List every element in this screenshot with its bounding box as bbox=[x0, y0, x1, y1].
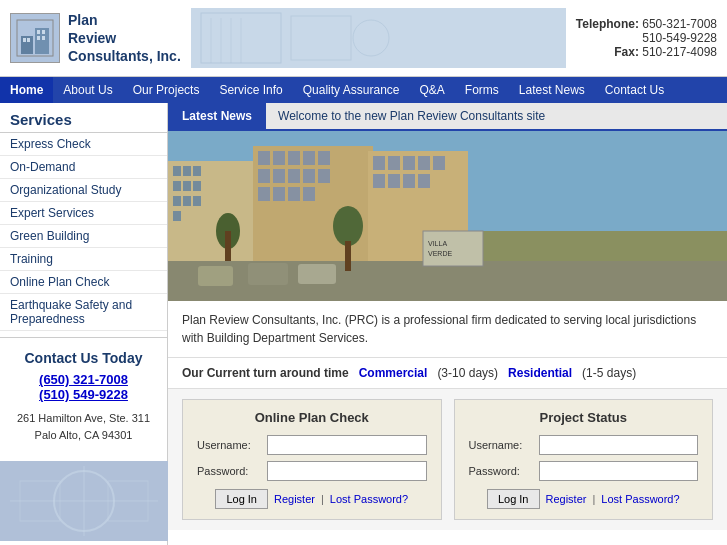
svg-rect-5 bbox=[37, 30, 40, 34]
nav-item-quality[interactable]: Quality Assurance bbox=[293, 77, 410, 103]
svg-rect-59 bbox=[403, 174, 415, 188]
svg-rect-27 bbox=[183, 166, 191, 176]
ps-username-input[interactable] bbox=[539, 435, 699, 455]
svg-rect-58 bbox=[388, 174, 400, 188]
svg-rect-29 bbox=[173, 181, 181, 191]
header-banner bbox=[191, 8, 566, 68]
svg-rect-6 bbox=[42, 30, 45, 34]
phone2-link[interactable]: (510) 549-9228 bbox=[10, 387, 157, 402]
svg-rect-33 bbox=[183, 196, 191, 206]
svg-rect-34 bbox=[193, 196, 201, 206]
header: Plan Review Consultants, Inc. Telephone:… bbox=[0, 0, 727, 77]
svg-rect-54 bbox=[403, 156, 415, 170]
ps-register-link[interactable]: Register bbox=[546, 493, 587, 505]
opc-login-button[interactable]: Log In bbox=[215, 489, 268, 509]
latest-news-button[interactable]: Latest News bbox=[168, 103, 266, 129]
ps-lost-password-link[interactable]: Lost Password? bbox=[601, 493, 679, 505]
telephone2: 510-549-9228 bbox=[642, 31, 717, 45]
opc-password-input[interactable] bbox=[267, 461, 427, 481]
svg-text:VERDE: VERDE bbox=[428, 250, 452, 257]
project-status-box: Project Status Username: Password: Log I… bbox=[454, 399, 714, 520]
sidebar-item-expert[interactable]: Expert Services bbox=[0, 202, 167, 225]
logo-text: Plan Review Consultants, Inc. bbox=[68, 11, 181, 66]
svg-rect-43 bbox=[273, 169, 285, 183]
svg-rect-28 bbox=[193, 166, 201, 176]
opc-lost-password-link[interactable]: Lost Password? bbox=[330, 493, 408, 505]
phone1-link[interactable]: (650) 321-7008 bbox=[10, 372, 157, 387]
sidebar-item-express-check[interactable]: Express Check bbox=[0, 133, 167, 156]
main-layout: Services Express Check On-Demand Organiz… bbox=[0, 103, 727, 545]
svg-rect-4 bbox=[27, 38, 30, 42]
sidebar-item-plan-check[interactable]: Online Plan Check bbox=[0, 271, 167, 294]
svg-rect-42 bbox=[258, 169, 270, 183]
content-area: Latest News Welcome to the new Plan Revi… bbox=[168, 103, 727, 545]
svg-rect-57 bbox=[373, 174, 385, 188]
forms-area: Online Plan Check Username: Password: Lo… bbox=[168, 389, 727, 530]
svg-rect-45 bbox=[303, 169, 315, 183]
commercial-label: Commercial bbox=[359, 366, 428, 380]
svg-rect-56 bbox=[433, 156, 445, 170]
opc-password-label: Password: bbox=[197, 465, 267, 477]
nav-item-contact[interactable]: Contact Us bbox=[595, 77, 674, 103]
svg-rect-66 bbox=[225, 231, 231, 261]
nav-item-home[interactable]: Home bbox=[0, 77, 53, 103]
nav-item-projects[interactable]: Our Projects bbox=[123, 77, 210, 103]
svg-rect-26 bbox=[173, 166, 181, 176]
svg-rect-3 bbox=[23, 38, 26, 42]
opc-password-row: Password: bbox=[197, 461, 427, 481]
address-line1: 261 Hamilton Ave, Ste. 311 bbox=[17, 412, 150, 424]
svg-rect-40 bbox=[303, 151, 315, 165]
svg-rect-53 bbox=[388, 156, 400, 170]
nav-item-service-info[interactable]: Service Info bbox=[209, 77, 292, 103]
ps-password-row: Password: bbox=[469, 461, 699, 481]
commercial-days: (3-10 days) bbox=[437, 366, 498, 380]
svg-rect-69 bbox=[423, 231, 483, 266]
latest-news-bar: Latest News Welcome to the new Plan Revi… bbox=[168, 103, 727, 131]
residential-label: Residential bbox=[508, 366, 572, 380]
ps-password-input[interactable] bbox=[539, 461, 699, 481]
svg-rect-35 bbox=[173, 211, 181, 221]
ps-login-button[interactable]: Log In bbox=[487, 489, 540, 509]
opc-username-row: Username: bbox=[197, 435, 427, 455]
svg-rect-47 bbox=[258, 187, 270, 201]
nav-item-news[interactable]: Latest News bbox=[509, 77, 595, 103]
ps-username-row: Username: bbox=[469, 435, 699, 455]
ps-password-label: Password: bbox=[469, 465, 539, 477]
svg-rect-37 bbox=[258, 151, 270, 165]
svg-rect-9 bbox=[191, 8, 566, 68]
nav-item-forms[interactable]: Forms bbox=[455, 77, 509, 103]
address-line2: Palo Alto, CA 94301 bbox=[35, 429, 133, 441]
nav-item-qa[interactable]: Q&A bbox=[409, 77, 454, 103]
svg-rect-48 bbox=[273, 187, 285, 201]
svg-rect-49 bbox=[288, 187, 300, 201]
fax-label: Fax: bbox=[614, 45, 639, 59]
ps-username-label: Username: bbox=[469, 439, 539, 451]
svg-rect-7 bbox=[37, 36, 40, 40]
sidebar-item-org-study[interactable]: Organizational Study bbox=[0, 179, 167, 202]
description-text: Plan Review Consultants, Inc. (PRC) is a… bbox=[168, 301, 727, 358]
opc-register-link[interactable]: Register bbox=[274, 493, 315, 505]
sidebar-item-green[interactable]: Green Building bbox=[0, 225, 167, 248]
svg-rect-44 bbox=[288, 169, 300, 183]
opc-separator: | bbox=[321, 493, 324, 505]
sidebar-item-on-demand[interactable]: On-Demand bbox=[0, 156, 167, 179]
nav: Home About Us Our Projects Service Info … bbox=[0, 77, 727, 103]
fax: 510-217-4098 bbox=[642, 45, 717, 59]
ps-separator: | bbox=[592, 493, 595, 505]
opc-title: Online Plan Check bbox=[197, 410, 427, 425]
online-plan-check-box: Online Plan Check Username: Password: Lo… bbox=[182, 399, 442, 520]
logo-image bbox=[10, 13, 60, 63]
address: 261 Hamilton Ave, Ste. 311 Palo Alto, CA… bbox=[10, 410, 157, 443]
nav-item-about[interactable]: About Us bbox=[53, 77, 122, 103]
sidebar-menu: Express Check On-Demand Organizational S… bbox=[0, 133, 167, 331]
svg-rect-62 bbox=[198, 266, 233, 286]
residential-days: (1-5 days) bbox=[582, 366, 636, 380]
telephone1: 650-321-7008 bbox=[642, 17, 717, 31]
svg-rect-60 bbox=[418, 174, 430, 188]
svg-rect-39 bbox=[288, 151, 300, 165]
hero-image: VILLA VERDE bbox=[168, 131, 727, 301]
opc-username-input[interactable] bbox=[267, 435, 427, 455]
ps-actions: Log In Register | Lost Password? bbox=[469, 489, 699, 509]
sidebar-item-training[interactable]: Training bbox=[0, 248, 167, 271]
sidebar-item-earthquake[interactable]: Earthquake Safety and Preparedness bbox=[0, 294, 167, 331]
